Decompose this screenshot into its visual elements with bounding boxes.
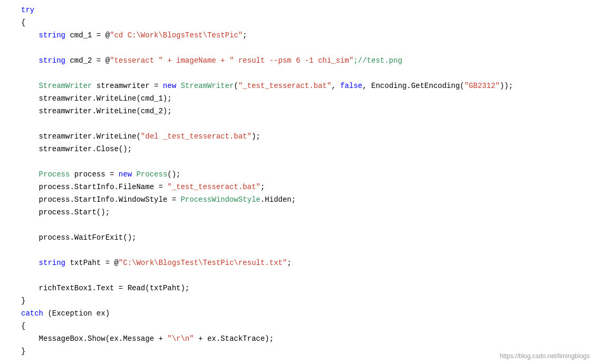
code-line: streamwriter.WriteLine(cmd_2);: [0, 106, 595, 119]
code-token: ();: [167, 170, 180, 179]
code-token: ,: [331, 82, 340, 90]
code-token: process.WaitForExit();: [39, 233, 137, 242]
code-line: MessageBox.Show(ex.Message + "\r\n" + ex…: [0, 334, 595, 347]
code-token: streamwriter.WriteLine(cmd_2);: [39, 107, 172, 115]
code-line: process.StartInfo.WindowStyle = ProcessW…: [0, 195, 595, 208]
code-token: "GB2312": [464, 82, 500, 90]
code-token: string: [39, 56, 65, 65]
line-content: MessageBox.Show(ex.Message + "\r\n" + ex…: [21, 335, 595, 343]
code-token: process.StartInfo.WindowStyle =: [39, 195, 181, 204]
code-token: process =: [70, 170, 118, 179]
code-token: richTextBox1.Text = Read(txtPaht);: [39, 284, 190, 292]
code-line: [0, 119, 595, 132]
line-content: process.Start();: [21, 208, 595, 217]
code-token: false: [340, 82, 362, 90]
code-token: cmd_2 = @: [65, 56, 110, 65]
code-token: Process: [39, 170, 70, 179]
code-line: streamwriter.Close();: [0, 144, 595, 157]
code-token: StreamWriter: [180, 82, 234, 90]
code-token: StreamWriter: [39, 82, 92, 90]
code-token: {: [21, 18, 25, 27]
code-token: streamwriter.Close();: [39, 145, 132, 153]
code-token: "_test_tesseract.bat": [167, 183, 260, 191]
code-token: MessageBox.Show(ex.Message +: [39, 335, 168, 343]
code-line: string cmd_2 = @"tesseract " + imageName…: [0, 56, 595, 68]
code-token: try: [21, 6, 34, 14]
code-line: [0, 271, 595, 283]
code-token: string: [39, 259, 65, 267]
line-content: streamwriter.WriteLine(cmd_2);: [21, 107, 595, 115]
code-token: "\r\n": [167, 335, 194, 343]
code-token: "tesseract " + imageName + " result --ps…: [110, 56, 353, 65]
code-line: string cmd_1 = @"cd C:\Work\BlogsTest\Te…: [0, 31, 595, 43]
code-token: process.StartInfo.FileName =: [39, 183, 168, 191]
line-content: process.StartInfo.FileName = "_test_tess…: [21, 183, 595, 191]
code-token: streamwriter.WriteLine(cmd_1);: [39, 94, 172, 103]
code-token: process.Start();: [39, 208, 110, 217]
code-line: streamwriter.WriteLine("del _test_tesser…: [0, 132, 595, 144]
code-line: {: [0, 18, 595, 31]
code-token: {: [21, 322, 25, 330]
line-content: string cmd_2 = @"tesseract " + imageName…: [21, 56, 595, 65]
code-token: );: [252, 132, 261, 141]
line-content: streamwriter.Close();: [21, 145, 595, 153]
code-line: [0, 245, 595, 258]
code-line: StreamWriter streamwriter = new StreamWr…: [0, 81, 595, 94]
code-token: ProcessWindowStyle: [180, 195, 260, 204]
code-token: new: [119, 170, 132, 179]
code-token: "cd C:\Work\BlogsTest\TestPic": [110, 31, 243, 40]
line-content: richTextBox1.Text = Read(txtPaht);: [21, 284, 595, 292]
code-line: }: [0, 296, 595, 309]
code-token: ;: [261, 183, 265, 191]
code-line: {: [0, 321, 595, 334]
code-token: streamwriter =: [92, 82, 162, 90]
code-token: Process: [136, 170, 167, 179]
code-token: "del _test_tesseract.bat": [141, 132, 252, 141]
code-token: cmd_1 = @: [65, 31, 110, 40]
line-content: {: [21, 322, 595, 330]
line-content: try: [21, 6, 595, 14]
code-line: string txtPaht = @"C:\Work\BlogsTest\Tes…: [0, 258, 595, 271]
code-token: "_test_tesseract.bat": [238, 82, 331, 90]
line-content: streamwriter.WriteLine(cmd_1);: [21, 94, 595, 103]
code-line: [0, 220, 595, 233]
line-content: streamwriter.WriteLine("del _test_tesser…: [21, 132, 595, 141]
code-token: new: [163, 82, 176, 90]
code-line: process.Start();: [0, 208, 595, 220]
line-content: {: [21, 18, 595, 27]
code-token: ;: [243, 31, 247, 40]
code-token: ;: [287, 259, 291, 267]
code-line: try: [0, 5, 595, 18]
code-line: richTextBox1.Text = Read(txtPaht);: [0, 283, 595, 296]
code-token: ));: [500, 82, 513, 90]
code-token: }: [21, 347, 25, 356]
code-line: [0, 43, 595, 56]
code-line: catch (Exception ex): [0, 309, 595, 321]
code-token: }: [21, 297, 25, 305]
code-line: process.StartInfo.FileName = "_test_tess…: [0, 182, 595, 195]
code-token: + ex.StackTrace);: [194, 335, 274, 343]
code-token: (Exception ex): [43, 309, 110, 318]
code-line: [0, 157, 595, 170]
watermark: https://blog.csdn.net/limingblogs: [500, 352, 590, 360]
code-token: streamwriter.WriteLine(: [39, 132, 141, 141]
code-line: streamwriter.WriteLine(cmd_1);: [0, 94, 595, 106]
line-content: process.StartInfo.WindowStyle = ProcessW…: [21, 195, 595, 204]
line-content: string cmd_1 = @"cd C:\Work\BlogsTest\Te…: [21, 31, 595, 40]
line-content: string txtPaht = @"C:\Work\BlogsTest\Tes…: [21, 259, 595, 267]
code-token: txtPaht = @: [65, 259, 119, 267]
code-token: ;//test.png: [353, 56, 402, 65]
code-token: catch: [21, 309, 43, 318]
line-content: }: [21, 297, 595, 305]
code-token: "C:\Work\BlogsTest\TestPic\result.txt": [119, 259, 287, 267]
code-line: Process process = new Process();: [0, 170, 595, 182]
code-token: , Encoding.GetEncoding(: [362, 82, 464, 90]
code-line: process.WaitForExit();: [0, 233, 595, 245]
line-content: process.WaitForExit();: [21, 233, 595, 242]
line-content: StreamWriter streamwriter = new StreamWr…: [21, 82, 595, 90]
code-token: .Hidden;: [261, 195, 296, 204]
code-editor: try{ string cmd_1 = @"cd C:\Work\BlogsTe…: [0, 0, 595, 364]
code-token: string: [39, 31, 65, 40]
line-content: catch (Exception ex): [21, 309, 595, 318]
code-line: [0, 68, 595, 81]
